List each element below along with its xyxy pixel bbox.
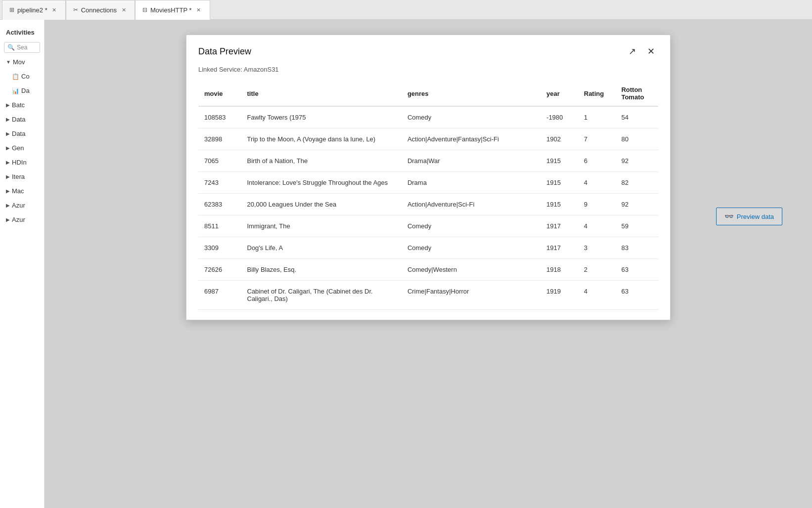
tab-connections-close[interactable]: ✕ [120,6,128,14]
cell-movie: 3309 [198,237,241,259]
cell-movie: 62383 [198,194,241,215]
sidebar-azur1-label: Azur [12,202,25,209]
cell-rating: 3 [578,237,616,259]
cell-year: 1915 [541,150,578,172]
cell-rating: 4 [578,172,616,194]
table-row: 7243 Intolerance: Love's Struggle Throug… [198,172,658,194]
cell-year: 1915 [541,194,578,215]
sidebar-item-itera[interactable]: ▶ Itera [0,169,44,184]
tab-pipeline2-close[interactable]: ✕ [50,6,58,14]
cell-genres: Crime|Fantasy|Horror [402,281,541,310]
cell-genres: Comedy [402,237,541,259]
modal-expand-button[interactable]: ↗ [625,44,639,59]
arrow-icon-azur1: ▶ [6,203,10,208]
cell-rotton-tomato: 63 [615,259,658,281]
table-row: 108583 Fawlty Towers (1975 Comedy -1980 … [198,106,658,128]
cell-rotton-tomato: 92 [615,194,658,215]
cell-rotton-tomato: 92 [615,150,658,172]
sidebar-item-data1[interactable]: ▶ Data [0,112,44,127]
modal-overlay: Data Preview ↗ ✕ Linked Service: AmazonS… [45,20,812,508]
cell-movie: 7065 [198,150,241,172]
sidebar-item-data2[interactable]: ▶ Data [0,127,44,141]
tab-pipeline2-label: pipeline2 * [17,6,47,14]
table-row: 3309 Dog's Life, A Comedy 1917 3 83 [198,237,658,259]
sidebar-mac-label: Mac [12,187,24,195]
cell-movie: 72626 [198,259,241,281]
cell-title: Fawlty Towers (1975 [241,106,402,128]
cell-rotton-tomato: 82 [615,172,658,194]
sidebar-da-label: Da [21,87,30,94]
arrow-icon-mac: ▶ [6,188,10,194]
main-layout: Activities 🔍 Sea ▼ Mov 📋 Co 📊 Da ▶ Batc … [0,20,812,508]
cell-year: -1980 [541,106,578,128]
arrow-icon-itera: ▶ [6,174,10,179]
tab-pipeline2[interactable]: ⊞ pipeline2 * ✕ [2,0,66,20]
tab-movieshttp[interactable]: ⊟ MoviesHTTP * ✕ [135,0,210,20]
sidebar-item-mac[interactable]: ▶ Mac [0,184,44,198]
cell-movie: 108583 [198,106,241,128]
cell-title: Dog's Life, A [241,237,402,259]
cell-genres: Action|Adventure|Fantasy|Sci-Fi [402,128,541,150]
modal-title: Data Preview [198,46,251,57]
search-icon: 🔍 [7,44,15,51]
sidebar-itera-label: Itera [12,173,25,180]
col-header-year: year [541,81,578,106]
sidebar-item-mov[interactable]: ▼ Mov [0,55,44,69]
sidebar-item-da[interactable]: 📊 Da [0,84,44,98]
sidebar-search[interactable]: 🔍 Sea [4,42,40,53]
data-preview-table: movie title genres year Rating RottonTom… [198,81,658,310]
tab-connections[interactable]: ✂ Connections ✕ [66,0,135,20]
sidebar: Activities 🔍 Sea ▼ Mov 📋 Co 📊 Da ▶ Batc … [0,20,45,508]
cell-genres: Action|Adventure|Sci-Fi [402,194,541,215]
tab-movieshttp-close[interactable]: ✕ [195,6,203,14]
cell-year: 1917 [541,237,578,259]
sidebar-item-azur1[interactable]: ▶ Azur [0,198,44,212]
cell-genres: Drama [402,172,541,194]
table-body: 108583 Fawlty Towers (1975 Comedy -1980 … [198,106,658,310]
cell-title: Trip to the Moon, A (Voyage dans la lune… [241,128,402,150]
col-header-rotton-tomato: RottonTomato [615,81,658,106]
col-header-rating: Rating [578,81,616,106]
cell-genres: Comedy|Western [402,259,541,281]
sidebar-item-azur2[interactable]: ▶ Azur [0,212,44,227]
cell-year: 1919 [541,281,578,310]
table-header-row: movie title genres year Rating RottonTom… [198,81,658,106]
data-preview-modal: Data Preview ↗ ✕ Linked Service: AmazonS… [186,35,671,320]
pipeline-icon: ⊞ [9,6,14,13]
table-row: 6987 Cabinet of Dr. Caligari, The (Cabin… [198,281,658,310]
sidebar-section-activities: Activities [0,25,44,40]
cell-rotton-tomato: 80 [615,128,658,150]
cell-year: 1917 [541,215,578,237]
arrow-icon-hdin: ▶ [6,160,10,165]
cell-rotton-tomato: 83 [615,237,658,259]
sidebar-batc-label: Batc [12,101,25,109]
sidebar-item-co[interactable]: 📋 Co [0,69,44,84]
table-row: 7065 Birth of a Nation, The Drama|War 19… [198,150,658,172]
cell-rating: 4 [578,215,616,237]
sidebar-item-hdin[interactable]: ▶ HDIn [0,155,44,169]
modal-linked-service: Linked Service: AmazonS31 [186,64,670,81]
table-row: 8511 Immigrant, The Comedy 1917 4 59 [198,215,658,237]
table-row: 32898 Trip to the Moon, A (Voyage dans l… [198,128,658,150]
sidebar-azur2-label: Azur [12,216,25,223]
cell-genres: Drama|War [402,150,541,172]
modal-header: Data Preview ↗ ✕ [186,35,670,64]
cell-rotton-tomato: 63 [615,281,658,310]
cell-year: 1902 [541,128,578,150]
cell-movie: 32898 [198,128,241,150]
cell-title: Cabinet of Dr. Caligari, The (Cabinet de… [241,281,402,310]
copy-icon: 📋 [12,73,19,80]
sidebar-item-batc[interactable]: ▶ Batc [0,98,44,112]
sidebar-item-gen[interactable]: ▶ Gen [0,141,44,155]
modal-body[interactable]: movie title genres year Rating RottonTom… [186,81,670,320]
cell-genres: Comedy [402,215,541,237]
arrow-icon-azur2: ▶ [6,217,10,222]
table-header: movie title genres year Rating RottonTom… [198,81,658,106]
close-icon: ✕ [647,46,655,57]
cell-title: Immigrant, The [241,215,402,237]
cell-rating: 2 [578,259,616,281]
arrow-icon-gen: ▶ [6,145,10,151]
cell-movie: 8511 [198,215,241,237]
modal-close-button[interactable]: ✕ [643,44,658,59]
col-header-movie: movie [198,81,241,106]
